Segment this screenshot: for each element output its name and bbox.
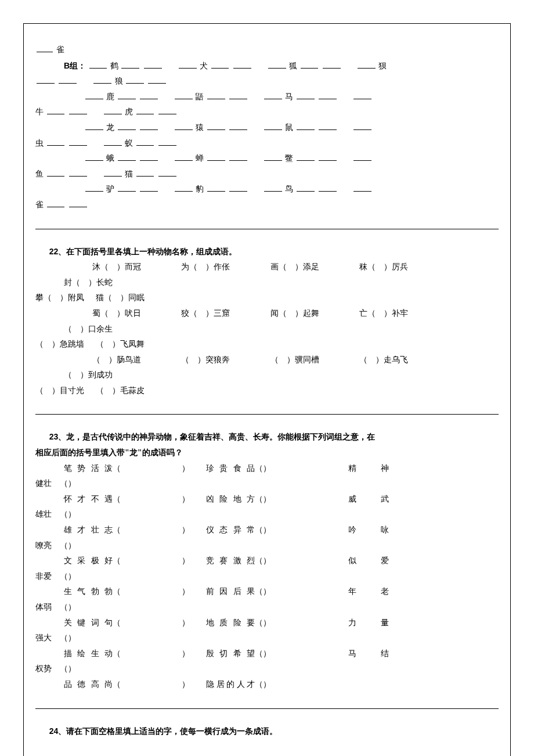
blank[interactable] [207, 122, 225, 130]
blank[interactable] [229, 91, 247, 99]
blank[interactable] [37, 44, 53, 52]
blank[interactable] [175, 122, 193, 130]
q22-item[interactable]: （ ）突狼奔 [153, 352, 230, 368]
q22-item[interactable]: （ ）肠鸟道 [64, 352, 141, 368]
q23-answer-paren[interactable]: （） [60, 661, 125, 677]
q22-item[interactable]: 封（ ）长蛇 [35, 275, 113, 291]
blank[interactable] [104, 106, 122, 114]
q23-answer-paren[interactable]: （） [60, 507, 125, 523]
blank[interactable] [297, 122, 315, 130]
q23-answer-paren[interactable]: （） [113, 553, 190, 569]
q23-answer-paren[interactable]: （） [255, 646, 332, 662]
blank[interactable] [264, 91, 282, 99]
q23-answer-paren[interactable]: （） [113, 584, 190, 600]
q23-answer-paren[interactable]: （） [60, 476, 125, 492]
blank[interactable] [319, 153, 337, 161]
blank[interactable] [118, 91, 136, 99]
blank[interactable] [158, 168, 176, 177]
blank[interactable] [207, 153, 225, 161]
blank[interactable] [89, 60, 107, 69]
blank[interactable] [118, 153, 136, 161]
q23-answer-paren[interactable]: （） [113, 461, 190, 477]
blank[interactable] [93, 75, 111, 84]
blank[interactable] [229, 122, 247, 130]
blank[interactable] [118, 183, 136, 192]
q22-item[interactable]: 秣（ ）厉兵 [331, 260, 408, 275]
blank[interactable] [297, 153, 315, 161]
q22-item[interactable]: （ ）骥同槽 [242, 352, 319, 368]
blank[interactable] [126, 75, 144, 84]
q22-item[interactable]: 为（ ）作伥 [153, 260, 230, 275]
blank[interactable] [136, 138, 154, 146]
blank[interactable] [297, 183, 315, 192]
blank[interactable] [353, 122, 371, 130]
blank[interactable] [69, 138, 87, 146]
blank[interactable] [118, 122, 136, 130]
blank[interactable] [229, 153, 247, 161]
q22-item[interactable]: （ ）毛蒜皮 [96, 383, 145, 399]
blank[interactable] [175, 183, 193, 192]
blank[interactable] [47, 106, 65, 114]
q23-answer-paren[interactable]: （） [255, 584, 332, 600]
q23-answer-paren[interactable]: （） [255, 615, 332, 631]
blank[interactable] [353, 183, 371, 192]
q23-answer-paren[interactable]: （） [255, 461, 332, 477]
blank[interactable] [59, 75, 77, 84]
q22-item[interactable]: （ ）到成功 [35, 368, 113, 383]
blank[interactable] [144, 60, 162, 69]
blank[interactable] [264, 153, 282, 161]
blank[interactable] [319, 91, 337, 99]
q22-item[interactable]: 沐（ ）而冠 [64, 260, 141, 275]
blank[interactable] [268, 60, 286, 69]
blank[interactable] [175, 91, 193, 99]
q23-answer-paren[interactable]: （） [60, 631, 125, 646]
q23-answer-paren[interactable]: （） [255, 492, 332, 507]
blank[interactable] [85, 153, 103, 161]
q22-item[interactable]: （ ）目寸光 [35, 383, 84, 399]
q22-item[interactable]: 狡（ ）三窟 [153, 306, 230, 322]
q22-item[interactable]: 亡（ ）补牢 [331, 306, 408, 322]
q23-answer-paren[interactable]: （） [255, 523, 332, 538]
blank[interactable] [175, 153, 193, 161]
blank[interactable] [233, 60, 251, 69]
q22-item[interactable]: （ ）口余生 [35, 322, 113, 337]
blank[interactable] [319, 183, 337, 192]
blank[interactable] [207, 91, 225, 99]
blank[interactable] [47, 138, 65, 146]
blank[interactable] [353, 91, 371, 99]
blank[interactable] [121, 60, 139, 69]
q23-answer-paren[interactable]: （） [60, 569, 125, 585]
q23-answer-paren[interactable]: （） [113, 646, 190, 662]
blank[interactable] [136, 168, 154, 177]
q23-answer-paren[interactable]: （） [255, 553, 332, 569]
blank[interactable] [69, 168, 87, 177]
q22-item[interactable]: （ ）急跳墙 [35, 337, 84, 352]
blank[interactable] [136, 106, 154, 114]
blank[interactable] [37, 75, 55, 84]
blank[interactable] [353, 153, 371, 161]
blank[interactable] [140, 183, 158, 192]
blank[interactable] [69, 199, 87, 207]
blank[interactable] [301, 60, 319, 69]
q23-answer-paren[interactable]: （） [113, 677, 190, 693]
blank[interactable] [85, 183, 103, 192]
q23-answer-paren[interactable]: （） [255, 677, 332, 693]
blank[interactable] [264, 183, 282, 192]
blank[interactable] [85, 91, 103, 99]
blank[interactable] [158, 106, 176, 114]
blank[interactable] [85, 122, 103, 130]
blank[interactable] [211, 60, 229, 69]
blank[interactable] [69, 106, 87, 114]
blank[interactable] [229, 183, 247, 192]
q22-item[interactable]: 猫（ ）同眠 [96, 290, 145, 306]
q23-answer-paren[interactable]: （） [113, 492, 190, 507]
q22-item[interactable]: （ ）飞凤舞 [96, 337, 145, 352]
blank[interactable] [140, 122, 158, 130]
q23-answer-paren[interactable]: （） [60, 600, 125, 615]
q23-answer-paren[interactable]: （） [113, 615, 190, 631]
blank[interactable] [104, 138, 122, 146]
blank[interactable] [264, 122, 282, 130]
blank[interactable] [47, 199, 65, 207]
blank[interactable] [207, 183, 225, 192]
blank[interactable] [140, 153, 158, 161]
